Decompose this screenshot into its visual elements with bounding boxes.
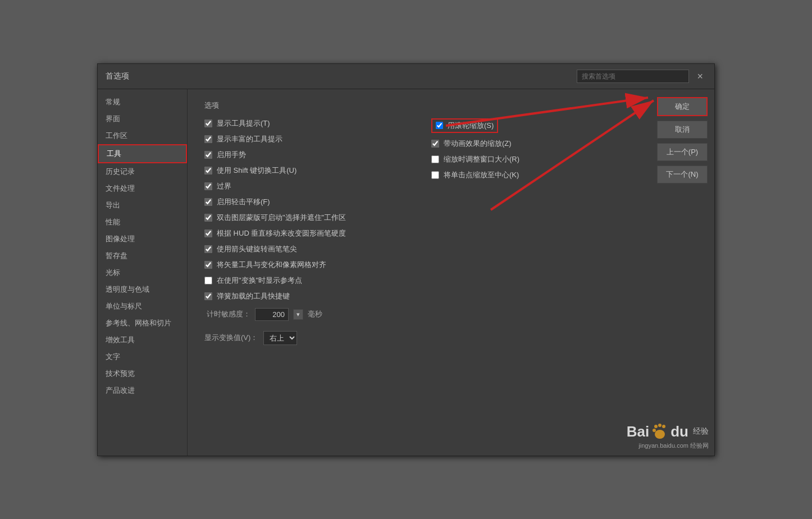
sidebar-item-techpreview[interactable]: 技术预览 xyxy=(98,365,187,382)
checkbox-show-tooltips-label: 显示工具提示(T) xyxy=(217,118,270,128)
svg-point-5 xyxy=(662,425,665,428)
display-transform-label: 显示变换值(V)： xyxy=(204,333,258,343)
checkbox-flick-pan-input[interactable] xyxy=(204,198,212,206)
checkbox-rotate-brush: 使用箭头键旋转画笔笔尖 xyxy=(204,244,409,254)
preferences-dialog: 首选项 × 常规 界面 工作区 工具 历史记录 文件处理 导出 性能 图像处理 … xyxy=(97,63,715,456)
checkbox-double-click-mask-label: 双击图层蒙版可启动"选择并遮住"工作区 xyxy=(217,213,346,223)
checkbox-snap-vector-label: 将矢量工具与变化和像素网格对齐 xyxy=(217,260,326,270)
sidebar-item-imageprocessing[interactable]: 图像处理 xyxy=(98,231,187,247)
options-grid: 显示工具提示(T) 显示丰富的工具提示 启用手势 使用 Shift 键切换工具(… xyxy=(204,118,636,345)
checkbox-gestures: 启用手势 xyxy=(204,150,409,160)
sidebar-item-export[interactable]: 导出 xyxy=(98,197,187,214)
svg-point-6 xyxy=(653,429,656,432)
ok-button[interactable]: 确定 xyxy=(657,97,708,116)
dialog-title: 首选项 xyxy=(106,71,129,81)
checkbox-spring-tool-label: 弹簧加载的工具快捷键 xyxy=(217,291,290,301)
checkbox-rich-tooltips-input[interactable] xyxy=(204,135,212,143)
checkbox-hud-hardness: 根据 HUD 垂直移动来改变圆形画笔硬度 xyxy=(204,228,409,238)
spinner-label: 计时敏感度： xyxy=(207,309,250,319)
close-button[interactable]: × xyxy=(694,70,706,82)
checkbox-snap-vector-input[interactable] xyxy=(204,261,212,269)
sidebar-item-guides[interactable]: 参考线、网格和切片 xyxy=(98,315,187,332)
checkbox-show-ref-point: 在使用"变换"时显示参考点 xyxy=(204,275,409,286)
sidebar-item-filehandling[interactable]: 文件处理 xyxy=(98,180,187,197)
checkbox-snap-vector: 将矢量工具与变化和像素网格对齐 xyxy=(204,260,409,270)
spinner-row: 计时敏感度： ▾ 毫秒 xyxy=(204,308,409,321)
spinner-unit: 毫秒 xyxy=(308,309,322,319)
sidebar-item-plugins[interactable]: 增效工具 xyxy=(98,332,187,348)
checkbox-scroll-zoom-input[interactable] xyxy=(436,122,443,129)
checkbox-rotate-brush-input[interactable] xyxy=(204,245,212,253)
sidebar-item-productimprovement[interactable]: 产品改进 xyxy=(98,382,187,399)
button-panel: 确定 取消 上一个(P) 下一个(N) xyxy=(653,89,714,456)
checkbox-spring-tool: 弹簧加载的工具快捷键 xyxy=(204,291,409,301)
checkbox-flick-pan-label: 启用轻击平移(F) xyxy=(217,197,270,207)
sidebar-item-tools[interactable]: 工具 xyxy=(98,144,187,163)
paw-icon xyxy=(651,423,668,440)
checkbox-animated-zoom-input[interactable] xyxy=(431,140,439,148)
checkbox-spring-tool-input[interactable] xyxy=(204,292,212,300)
checkbox-show-ref-point-input[interactable] xyxy=(204,277,212,284)
svg-point-3 xyxy=(654,425,658,428)
checkbox-show-tooltips: 显示工具提示(T) xyxy=(204,118,409,128)
checkbox-scroll-zoom-highlighted: 用滚轮缩放(S) xyxy=(431,118,498,133)
checkbox-zoom-center: 将单击点缩放至中心(K) xyxy=(431,170,636,180)
checkbox-hud-hardness-input[interactable] xyxy=(204,229,212,237)
checkbox-resize-window-label: 缩放时调整窗口大小(R) xyxy=(444,154,519,164)
checkbox-double-click-mask: 双击图层蒙版可启动"选择并遮住"工作区 xyxy=(204,213,409,223)
main-content: 选项 显示工具提示(T) 显示丰富的工具提示 启用手势 xyxy=(188,89,653,456)
watermark-url: jingyan.baidu.com 经验网 xyxy=(627,442,709,450)
watermark: Bai du 经验 jingyan.baidu.com 经验网 xyxy=(627,423,709,450)
checkbox-gestures-input[interactable] xyxy=(204,151,212,159)
sidebar-item-interface[interactable]: 界面 xyxy=(98,111,187,127)
cancel-button[interactable]: 取消 xyxy=(657,121,708,139)
checkbox-animated-zoom: 带动画效果的缩放(Z) xyxy=(431,139,636,149)
spinner-input[interactable] xyxy=(255,308,289,321)
dialog-body: 常规 界面 工作区 工具 历史记录 文件处理 导出 性能 图像处理 暂存盘 光标… xyxy=(98,89,714,456)
left-column: 显示工具提示(T) 显示丰富的工具提示 启用手势 使用 Shift 键切换工具(… xyxy=(204,118,420,345)
checkbox-zoom-center-label: 将单击点缩放至中心(K) xyxy=(444,170,519,180)
checkbox-shift-tool-input[interactable] xyxy=(204,167,212,174)
titlebar-right: × xyxy=(577,70,706,83)
checkbox-show-tooltips-input[interactable] xyxy=(204,120,212,127)
checkbox-hud-hardness-label: 根据 HUD 垂直移动来改变圆形画笔硬度 xyxy=(217,228,346,238)
watermark-baidu: Bai xyxy=(627,423,649,440)
checkbox-overscroll-label: 过界 xyxy=(217,181,231,191)
sidebar-item-general[interactable]: 常规 xyxy=(98,94,187,111)
checkbox-gestures-label: 启用手势 xyxy=(217,150,246,160)
checkbox-overscroll-input[interactable] xyxy=(204,182,212,190)
checkbox-shift-tool: 使用 Shift 键切换工具(U) xyxy=(204,166,409,176)
checkbox-scroll-zoom-label: 用滚轮缩放(S) xyxy=(448,121,494,131)
watermark-du: du xyxy=(670,423,688,440)
sidebar: 常规 界面 工作区 工具 历史记录 文件处理 导出 性能 图像处理 暂存盘 光标… xyxy=(98,89,188,456)
sidebar-item-units[interactable]: 单位与标尺 xyxy=(98,298,187,315)
sidebar-item-scratchdisk[interactable]: 暂存盘 xyxy=(98,247,187,264)
svg-point-4 xyxy=(658,424,662,427)
titlebar: 首选项 × xyxy=(98,64,714,89)
display-transform-row: 显示变换值(V)： 右上 左上 左下 右下 xyxy=(204,331,409,345)
sidebar-item-performance[interactable]: 性能 xyxy=(98,214,187,231)
prev-button[interactable]: 上一个(P) xyxy=(657,143,708,161)
sidebar-item-transparency[interactable]: 透明度与色域 xyxy=(98,281,187,298)
sidebar-item-text[interactable]: 文字 xyxy=(98,348,187,365)
section-title: 选项 xyxy=(204,100,636,111)
sidebar-item-history[interactable]: 历史记录 xyxy=(98,163,187,180)
checkbox-zoom-center-input[interactable] xyxy=(431,171,439,179)
svg-point-7 xyxy=(655,430,665,439)
search-input[interactable] xyxy=(577,70,689,83)
sidebar-item-cursor[interactable]: 光标 xyxy=(98,264,187,281)
checkbox-animated-zoom-label: 带动画效果的缩放(Z) xyxy=(444,139,512,149)
sidebar-item-workspace[interactable]: 工作区 xyxy=(98,127,187,144)
spinner-down-arrow[interactable]: ▾ xyxy=(293,309,303,320)
checkbox-resize-window: 缩放时调整窗口大小(R) xyxy=(431,154,636,164)
checkbox-flick-pan: 启用轻击平移(F) xyxy=(204,197,409,207)
watermark-jingyan: 经验 xyxy=(693,426,709,437)
checkbox-rotate-brush-label: 使用箭头键旋转画笔笔尖 xyxy=(217,244,297,254)
checkbox-show-ref-point-label: 在使用"变换"时显示参考点 xyxy=(217,275,302,286)
checkbox-double-click-mask-input[interactable] xyxy=(204,214,212,222)
display-transform-select[interactable]: 右上 左上 左下 右下 xyxy=(263,331,297,345)
next-button[interactable]: 下一个(N) xyxy=(657,166,708,183)
checkbox-resize-window-input[interactable] xyxy=(431,155,439,163)
right-column: 用滚轮缩放(S) 带动画效果的缩放(Z) 缩放时调整窗口大小(R) 将单击点缩放… xyxy=(420,118,636,345)
checkbox-rich-tooltips-label: 显示丰富的工具提示 xyxy=(217,134,282,144)
